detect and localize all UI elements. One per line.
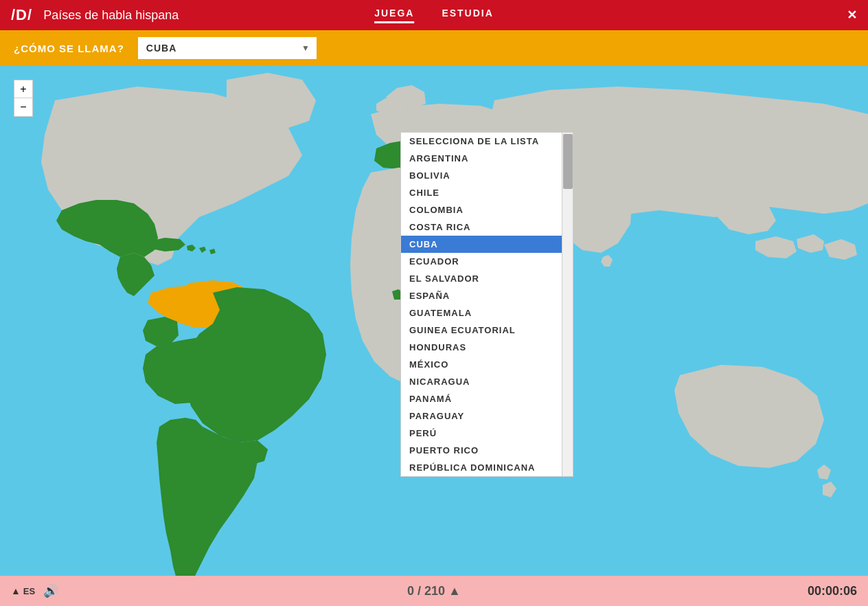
- question-label: ¿CÓMO SE LLAMA?: [14, 43, 124, 54]
- map-area: + − SELECCIONA DE LA LISTAARGENTINABOLIV…: [0, 66, 868, 606]
- zoom-in-button[interactable]: +: [14, 80, 32, 98]
- language-indicator: ▲ ES: [11, 585, 35, 596]
- dropdown-item-peru[interactable]: PERÚ: [401, 425, 562, 442]
- dropdown-item-mexico[interactable]: MÉXICO: [401, 356, 562, 373]
- dropdown-item-argentina[interactable]: ARGENTINA: [401, 150, 562, 167]
- dropdown-item-espana[interactable]: ESPAÑA: [401, 287, 562, 304]
- dropdown-item-bolivia[interactable]: BOLIVIA: [401, 167, 562, 184]
- dropdown-item-nicaragua[interactable]: NICARAGUA: [401, 373, 562, 390]
- dropdown-scrollbar[interactable]: [562, 133, 573, 476]
- dropdown-item-honduras[interactable]: HONDURAS: [401, 339, 562, 356]
- footer: ▲ ES 🔊 0 / 210 ▲ 00:00:06: [0, 576, 868, 606]
- dropdown-item-guinea_ecuatorial[interactable]: GUINEA ECUATORIAL: [401, 322, 562, 339]
- lang-arrow-icon: ▲: [11, 585, 21, 596]
- dropdown-item-placeholder[interactable]: SELECCIONA DE LA LISTA: [401, 133, 562, 150]
- close-button[interactable]: ✕: [847, 8, 857, 23]
- dropdown-item-chile[interactable]: CHILE: [401, 184, 562, 201]
- app-title: Países de habla hispana: [43, 8, 179, 23]
- lang-label: ES: [23, 586, 35, 596]
- dropdown-item-colombia[interactable]: COLOMBIA: [401, 201, 562, 218]
- app-logo: /D/: [11, 6, 32, 24]
- timer-display: 00:00:06: [808, 584, 857, 598]
- dropdown-item-panama[interactable]: PANAMÁ: [401, 390, 562, 407]
- score-value: 0 / 210: [407, 584, 445, 598]
- select-wrapper: SELECCIONA DE LA LISTAARGENTINABOLIVIACH…: [138, 37, 317, 59]
- question-bar: ¿CÓMO SE LLAMA? SELECCIONA DE LA LISTAAR…: [0, 30, 868, 66]
- zoom-out-button[interactable]: −: [14, 98, 32, 116]
- dropdown-item-puerto_rico[interactable]: PUERTO RICO: [401, 442, 562, 459]
- sound-button[interactable]: 🔊: [43, 583, 58, 598]
- dropdown-item-guatemala[interactable]: GUATEMALA: [401, 304, 562, 322]
- zoom-controls: + −: [14, 80, 33, 117]
- dropdown-list: SELECCIONA DE LA LISTAARGENTINABOLIVIACH…: [400, 132, 573, 477]
- dropdown-item-ecuador[interactable]: ECUADOR: [401, 253, 562, 270]
- nav-tabs: JUEGA ESTUDIA: [374, 8, 494, 23]
- score-display: 0 / 210 ▲: [407, 584, 461, 598]
- dropdown-item-republica_dominicana[interactable]: REPÚBLICA DOMINICANA: [401, 459, 562, 476]
- header: /D/ Países de habla hispana JUEGA ESTUDI…: [0, 0, 868, 30]
- country-select[interactable]: SELECCIONA DE LA LISTAARGENTINABOLIVIACH…: [138, 37, 317, 59]
- scroll-thumb: [563, 134, 573, 189]
- tab-juega[interactable]: JUEGA: [374, 8, 414, 23]
- dropdown-item-costa_rica[interactable]: COSTA RICA: [401, 218, 562, 236]
- dropdown-item-paraguay[interactable]: PARAGUAY: [401, 407, 562, 425]
- dropdown-item-cuba[interactable]: CUBA: [401, 236, 562, 253]
- tab-estudia[interactable]: ESTUDIA: [442, 8, 493, 23]
- score-arrow-icon: ▲: [445, 584, 461, 598]
- dropdown-item-el_salvador[interactable]: EL SALVADOR: [401, 270, 562, 287]
